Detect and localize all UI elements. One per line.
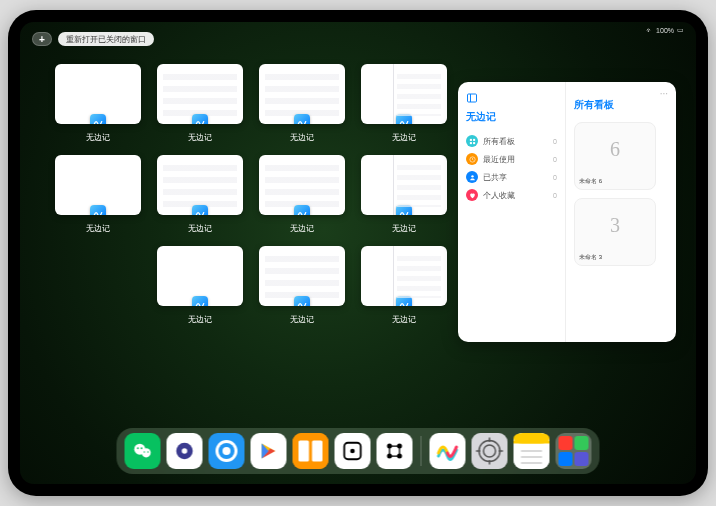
folder-app-icon — [559, 436, 573, 450]
dock-app-play[interactable] — [251, 433, 287, 469]
category-heart[interactable]: 个人收藏0 — [466, 186, 557, 204]
thumbnail-preview — [55, 155, 141, 215]
board-preview: 3 — [575, 199, 655, 251]
window-thumbnail[interactable]: 无边记 — [55, 155, 141, 234]
panel-right-title: 所有看板 — [574, 98, 668, 112]
thumbnail-preview — [361, 64, 447, 124]
category-grid[interactable]: 所有看板0 — [466, 132, 557, 150]
dock-recent-notes[interactable] — [514, 433, 550, 469]
dock-recent-freeform[interactable] — [430, 433, 466, 469]
svg-point-7 — [471, 175, 473, 177]
heart-icon — [466, 189, 478, 201]
dock-app-quark[interactable] — [167, 433, 203, 469]
svg-point-13 — [147, 451, 148, 452]
svg-point-11 — [141, 447, 143, 449]
wifi-icon: ᯤ — [646, 27, 653, 34]
svg-rect-20 — [299, 441, 310, 462]
thumbnail-label: 无边记 — [188, 223, 212, 234]
dock-app-wechat[interactable] — [125, 433, 161, 469]
category-person[interactable]: 已共享0 — [466, 168, 557, 186]
battery-icon: ▭ — [677, 26, 684, 34]
board-card[interactable]: 6未命名 6 — [574, 122, 656, 190]
svg-rect-19 — [293, 433, 329, 469]
svg-rect-2 — [469, 138, 471, 140]
category-count: 0 — [553, 156, 557, 163]
thumbnail-preview — [259, 155, 345, 215]
freeform-panel[interactable]: 无边记 所有看板0最近使用0已共享0个人收藏0 ··· 所有看板 6未命名 63… — [458, 82, 676, 342]
category-clock[interactable]: 最近使用0 — [466, 150, 557, 168]
category-count: 0 — [553, 174, 557, 181]
thumbnail-label: 无边记 — [392, 223, 416, 234]
window-thumbnail[interactable]: 无边记 — [361, 64, 447, 143]
category-label: 最近使用 — [483, 154, 515, 165]
thumbnail-label: 无边记 — [290, 223, 314, 234]
svg-rect-21 — [312, 441, 323, 462]
more-icon[interactable]: ··· — [660, 88, 668, 99]
dock-app-dice[interactable] — [335, 433, 371, 469]
svg-point-18 — [223, 447, 231, 455]
svg-point-15 — [182, 448, 188, 454]
thumbnail-preview — [55, 64, 141, 124]
thumbnail-preview — [157, 64, 243, 124]
svg-point-23 — [350, 449, 355, 454]
thumbnail-preview — [259, 64, 345, 124]
grid-icon — [466, 135, 478, 147]
thumbnail-preview — [157, 246, 243, 306]
dock-folder[interactable] — [556, 433, 592, 469]
dock-app-qqbrowser[interactable] — [209, 433, 245, 469]
window-thumbnail[interactable]: 无边记 — [361, 246, 447, 325]
freeform-app-icon — [192, 296, 208, 306]
category-label: 已共享 — [483, 172, 507, 183]
board-name: 未命名 6 — [579, 177, 651, 186]
screen: ᯤ 100% ▭ + 重新打开已关闭的窗口 无边记无边记无边记无边记无边记无边记… — [20, 22, 696, 484]
category-label: 所有看板 — [483, 136, 515, 147]
svg-point-9 — [142, 448, 151, 457]
thumbnail-label: 无边记 — [290, 314, 314, 325]
thumbnail-label: 无边记 — [188, 132, 212, 143]
dock-app-connect[interactable] — [377, 433, 413, 469]
svg-rect-37 — [514, 441, 550, 444]
panel-sidebar: 无边记 所有看板0最近使用0已共享0个人收藏0 — [458, 82, 566, 342]
window-thumbnail[interactable]: 无边记 — [259, 64, 345, 143]
sidebar-toggle-icon[interactable] — [466, 92, 478, 104]
freeform-app-icon — [294, 205, 310, 215]
ipad-frame: ᯤ 100% ▭ + 重新打开已关闭的窗口 无边记无边记无边记无边记无边记无边记… — [8, 10, 708, 496]
freeform-app-icon — [396, 205, 412, 215]
person-icon — [466, 171, 478, 183]
thumbnail-label: 无边记 — [392, 314, 416, 325]
window-thumbnail[interactable]: 无边记 — [157, 64, 243, 143]
thumbnail-preview — [361, 155, 447, 215]
window-thumbnail[interactable]: 无边记 — [157, 246, 243, 325]
window-thumbnail[interactable]: 无边记 — [259, 155, 345, 234]
svg-rect-0 — [468, 94, 477, 102]
board-preview: 6 — [575, 123, 655, 175]
window-thumbnail[interactable]: 无边记 — [259, 246, 345, 325]
top-controls: + 重新打开已关闭的窗口 — [32, 32, 154, 46]
new-window-button[interactable]: + — [32, 32, 52, 46]
folder-app-icon — [559, 452, 573, 466]
svg-rect-5 — [473, 142, 475, 144]
thumbnail-preview — [259, 246, 345, 306]
dock — [117, 428, 600, 474]
category-label: 个人收藏 — [483, 190, 515, 201]
freeform-app-icon — [90, 205, 106, 215]
reopen-closed-window-button[interactable]: 重新打开已关闭的窗口 — [58, 32, 154, 46]
board-name: 未命名 3 — [579, 253, 651, 262]
freeform-app-icon — [294, 114, 310, 124]
freeform-app-icon — [396, 296, 412, 306]
freeform-app-icon — [192, 205, 208, 215]
panel-content: ··· 所有看板 6未命名 63未命名 3 — [566, 82, 676, 342]
folder-app-icon — [575, 436, 589, 450]
dock-recent-settings[interactable] — [472, 433, 508, 469]
svg-point-12 — [144, 451, 145, 452]
dock-app-books[interactable] — [293, 433, 329, 469]
thumbnail-label: 无边记 — [86, 223, 110, 234]
thumbnail-label: 无边记 — [392, 132, 416, 143]
window-thumbnail[interactable]: 无边记 — [361, 155, 447, 234]
dock-divider — [421, 436, 422, 466]
thumbnail-label: 无边记 — [290, 132, 314, 143]
board-card[interactable]: 3未命名 3 — [574, 198, 656, 266]
window-thumbnail[interactable]: 无边记 — [55, 64, 141, 143]
window-thumbnail[interactable]: 无边记 — [157, 155, 243, 234]
thumbnail-preview — [157, 155, 243, 215]
